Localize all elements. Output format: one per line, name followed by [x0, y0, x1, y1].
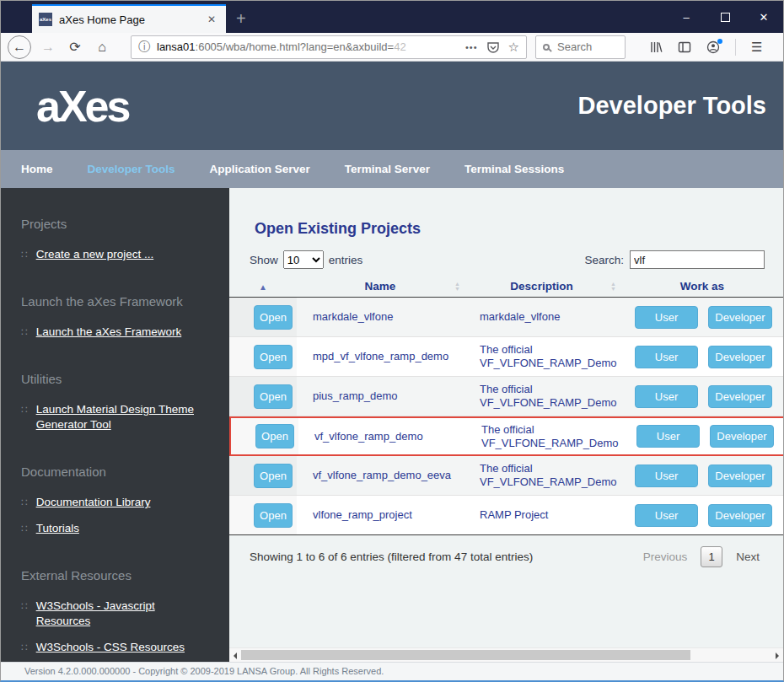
project-description: The official VF_VLFONE_RAMP_Demo — [465, 423, 621, 450]
column-label: Description — [510, 280, 572, 293]
developer-button[interactable]: Developer — [708, 385, 772, 408]
sidebar-section-utilities: Utilities ∷Launch Material Design Theme … — [21, 372, 209, 432]
table-row-highlighted: Open vf_vlfone_ramp_demo The official VF… — [229, 416, 783, 456]
url-tail: 42 — [394, 40, 405, 53]
column-header-open[interactable]: ▲ — [229, 280, 297, 293]
account-button[interactable] — [706, 40, 720, 54]
sidebar-link-w3schools-css[interactable]: W3Schools - CSS Resources — [36, 640, 185, 655]
page-number-button[interactable]: 1 — [701, 546, 722, 567]
sidebar-link-w3schools-js[interactable]: W3Schools - Javascript Resources — [36, 599, 205, 629]
version-footer: Version 4.2.0.000.000000 - Copyright © 2… — [1, 662, 783, 680]
tab-close-icon[interactable]: ✕ — [204, 12, 219, 27]
sidebar-link-launch-framework[interactable]: Launch the aXes Framework — [36, 325, 182, 340]
project-description: The official VF_VLFONE_RAMP_Demo — [464, 462, 620, 489]
sidebars-icon[interactable] — [678, 40, 691, 54]
developer-button[interactable]: Developer — [708, 306, 772, 329]
bullet-grid-icon: ∷ — [21, 640, 28, 655]
reload-button[interactable]: ⟳ — [62, 39, 89, 55]
project-name: vf_vlfone_ramp_demo_eeva — [297, 469, 464, 482]
scroll-left-icon[interactable] — [234, 652, 237, 659]
open-button[interactable]: Open — [254, 384, 293, 409]
open-button[interactable]: Open — [254, 345, 293, 369]
sidebar-heading: Utilities — [21, 372, 209, 386]
window-controls: – ✕ — [667, 1, 783, 33]
url-path: :6005/wba/home.html?lang=en&axbuild= — [196, 40, 395, 53]
library-icon[interactable] — [649, 40, 663, 54]
table-search-input[interactable] — [630, 250, 765, 269]
sidebar-link-tutorials[interactable]: Tutorials — [36, 521, 79, 536]
sidebar-link-documentation-library[interactable]: Documentation Library — [36, 495, 151, 510]
nav-item-terminal-sessions[interactable]: Terminal Sessions — [464, 163, 564, 175]
search-box[interactable] — [535, 35, 626, 59]
nav-item-application-server[interactable]: Application Server — [210, 163, 310, 175]
table-row: Open pius_ramp_demo The official VF_VLFO… — [229, 377, 783, 416]
nav-item-developer-tools[interactable]: Developer Tools — [88, 163, 175, 175]
close-button[interactable]: ✕ — [744, 1, 783, 33]
open-button[interactable]: Open — [254, 464, 293, 488]
column-header-name[interactable]: Name▲▼ — [297, 280, 464, 293]
user-button[interactable]: User — [635, 306, 698, 329]
user-button[interactable]: User — [636, 425, 700, 448]
developer-button[interactable]: Developer — [708, 465, 772, 487]
bookmark-star-icon[interactable]: ☆ — [508, 40, 519, 55]
project-description: The official VF_VLFONE_RAMP_Demo — [464, 383, 620, 410]
pocket-icon[interactable] — [486, 40, 500, 54]
developer-button[interactable]: Developer — [710, 425, 774, 448]
sidebar-link-create-project[interactable]: Create a new project ... — [36, 247, 154, 262]
developer-button[interactable]: Developer — [708, 346, 772, 368]
table-row: Open mpd_vf_vlfone_ramp_demo The officia… — [229, 337, 783, 377]
user-button[interactable]: User — [635, 504, 698, 527]
nav-item-terminal-server[interactable]: Terminal Server — [345, 163, 430, 175]
browser-tab[interactable]: aXes aXes Home Page ✕ — [32, 4, 226, 33]
previous-page-button[interactable]: Previous — [643, 550, 688, 563]
column-header-work-as[interactable]: Work as▲▼ — [620, 280, 783, 293]
page-actions-icon[interactable]: ••• — [465, 42, 478, 52]
maximize-button[interactable] — [706, 1, 744, 33]
user-button[interactable]: User — [635, 346, 698, 368]
table-footer: Showing 1 to 6 of 6 entries (filtered fr… — [250, 546, 760, 567]
next-page-button[interactable]: Next — [736, 550, 760, 563]
entries-label: entries — [329, 254, 363, 266]
bullet-grid-icon: ∷ — [21, 599, 28, 614]
project-description: The official VF_VLFONE_RAMP_Demo — [464, 343, 620, 370]
url-text: lansa01:6005/wba/home.html?lang=en&axbui… — [157, 40, 465, 53]
scroll-right-icon[interactable] — [776, 652, 779, 659]
sidebar-link-material-theme-tool[interactable]: Launch Material Design Theme Generator T… — [36, 402, 205, 432]
new-tab-button[interactable]: + — [226, 4, 256, 33]
sidebar-section-documentation: Documentation ∷Documentation Library ∷Tu… — [21, 465, 209, 536]
browser-search-input[interactable] — [557, 40, 616, 53]
home-button[interactable]: ⌂ — [89, 40, 115, 55]
site-info-icon[interactable]: ⓘ — [138, 40, 150, 55]
bullet-grid-icon: ∷ — [21, 521, 28, 536]
project-description: RAMP Project — [464, 508, 620, 522]
horizontal-scrollbar[interactable] — [229, 647, 783, 662]
open-button[interactable]: Open — [255, 424, 294, 448]
table-row: Open vlfone_ramp_project RAMP Project Us… — [229, 496, 783, 535]
project-name: vf_vlfone_ramp_demo — [298, 430, 465, 443]
back-button[interactable]: ← — [8, 35, 31, 59]
table-row: Open markdale_vlfone markdale_vlfone Use… — [229, 298, 783, 337]
user-button[interactable]: User — [635, 385, 698, 408]
toolbar-divider — [735, 39, 736, 56]
url-bar[interactable]: ⓘ lansa01:6005/wba/home.html?lang=en&axb… — [131, 35, 527, 59]
content-title: Open Existing Projects — [255, 220, 783, 238]
table-controls: Show 10 entries Search: — [250, 250, 765, 269]
open-button[interactable]: Open — [254, 305, 293, 330]
tab-title: aXes Home Page — [59, 13, 204, 26]
open-button[interactable]: Open — [254, 503, 293, 528]
page-size-select[interactable]: 10 — [283, 250, 324, 269]
nav-item-home[interactable]: Home — [21, 163, 53, 175]
page-title: Developer Tools — [578, 92, 766, 120]
user-button[interactable]: User — [635, 465, 698, 487]
menu-button[interactable]: ☰ — [751, 40, 762, 55]
browser-toolbar: ← → ⟳ ⌂ ⓘ lansa01:6005/wba/home.html?lan… — [1, 33, 783, 62]
scrollbar-thumb[interactable] — [241, 650, 690, 660]
developer-button[interactable]: Developer — [708, 504, 772, 527]
forward-button[interactable]: → — [35, 40, 62, 55]
sidebar-section-projects: Projects ∷Create a new project ... — [21, 217, 209, 262]
column-header-description[interactable]: Description▲▼ — [464, 280, 620, 293]
titlebar: aXes aXes Home Page ✕ + – ✕ — [1, 1, 783, 33]
minimize-button[interactable]: – — [667, 1, 706, 33]
projects-table: ▲ Name▲▼ Description▲▼ Work as▲▼ Open ma… — [229, 276, 783, 535]
sort-both-icon: ▲▼ — [610, 282, 616, 292]
